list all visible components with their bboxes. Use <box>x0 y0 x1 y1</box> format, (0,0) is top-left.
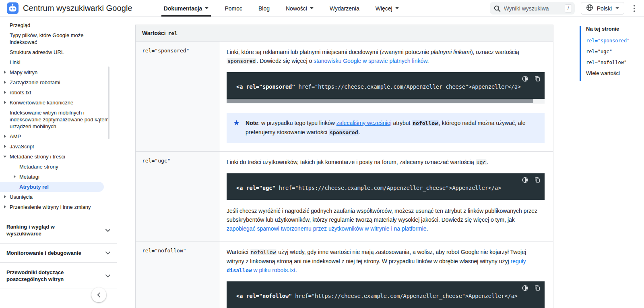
code-text: <a rel="sponsored" href="https://cheese.… <box>236 83 521 90</box>
sidebar-item-przeniesienie-witryny-i-inne-zmiany[interactable]: Przeniesienie witryny i inne zmiany <box>0 202 117 212</box>
brand-home-link[interactable]: Centrum wyszukiwarki Google <box>0 0 132 17</box>
inline-link[interactable]: reguły <box>510 258 526 264</box>
text-segment: . <box>487 159 488 165</box>
sidebar-item-mapy-witryn[interactable]: Mapy witryn <box>0 67 117 77</box>
sidebar-item-label: AMP <box>10 133 21 139</box>
rel-value-term: rel="sponsored" <box>136 42 220 151</box>
nav-item-label: Nowości <box>286 5 307 12</box>
chevron-down-icon <box>395 7 399 9</box>
sidebar-list: PrzeglądTypy plików, które Google może i… <box>0 17 117 216</box>
italic-text: płatnymi linkami <box>431 49 471 55</box>
nav-item-więcej[interactable]: Więcej <box>367 0 407 17</box>
paragraph: Jeśli chcesz wyróżnić i nagrodzić godnyc… <box>227 206 545 233</box>
more-options-button[interactable] <box>630 3 638 14</box>
sidebar-item-konwertowanie-kanoniczne[interactable]: Konwertowanie kanoniczne <box>0 98 117 108</box>
text-segment: Wartości <box>142 30 167 36</box>
copy-code-icon[interactable] <box>534 177 541 183</box>
language-selector[interactable]: Polski <box>581 2 624 15</box>
sidebar-item-metadane-strony-i-treści[interactable]: Metadane strony i treści <box>0 152 117 162</box>
collapse-sidebar-button[interactable] <box>91 287 106 302</box>
nav-item-wydarzenia[interactable]: Wydarzenia <box>322 0 367 17</box>
nav-item-pomoc[interactable]: Pomoc <box>217 0 250 17</box>
sidebar-item-typy-plików-które-google-może-indeksować[interactable]: Typy plików, które Google może indeksowa… <box>0 30 117 47</box>
toc-item-rel=ugc[interactable]: rel="ugc" <box>586 48 643 55</box>
inline-code-link[interactable]: disallow <box>227 267 252 273</box>
nav-item-dokumentacja[interactable]: Dokumentacja <box>156 0 217 17</box>
scrollbar-thumb[interactable] <box>227 99 533 103</box>
sidebar-item-amp[interactable]: AMP <box>0 131 117 142</box>
text-segment: Linki, które są reklamami lub płatnymi m… <box>227 49 431 55</box>
sidebar-section-przewodniki-dotyczące-poszczególnych-witryn[interactable]: Przewodniki dotyczące poszczególnych wit… <box>0 262 117 289</box>
sidebar-item-zarządzanie-robotami[interactable]: Zarządzanie robotami <box>0 77 117 87</box>
search-central-logo-icon <box>7 2 19 14</box>
sidebar-item-javascript[interactable]: JavaScript <box>0 142 117 152</box>
inline-code: sponsored <box>227 58 256 64</box>
sidebar-item-label: robots.txt <box>10 89 31 96</box>
theme-toggle-icon[interactable] <box>522 75 528 82</box>
search-box[interactable]: / <box>490 2 575 15</box>
toc-item-wiele-wartości[interactable]: Wiele wartości <box>586 70 643 77</box>
nav-item-label: Pomoc <box>225 5 242 12</box>
paragraph: Linki do treści użytkowników, takich jak… <box>227 158 545 167</box>
inline-link[interactable]: zalecaliśmy wcześniej <box>336 120 392 126</box>
sidebar-section-monitorowanie-i-debugowanie[interactable]: Monitorowanie i debugowanie <box>0 243 117 262</box>
sidebar-item-struktura-adresów-url[interactable]: Struktura adresów URL <box>0 47 117 57</box>
text-segment: . <box>359 129 360 135</box>
chevron-right-icon <box>4 135 6 138</box>
nav-item-nowości[interactable]: Nowości <box>278 0 322 17</box>
sidebar-item-atrybuty-rel[interactable]: Atrybuty rel <box>0 182 104 192</box>
note-callout: ★Note: w przypadku tego typu linków zale… <box>227 113 545 143</box>
nav-item-label: Blog <box>258 5 270 12</box>
text-segment: href="https://cheese.example.com/Appenze… <box>295 83 521 90</box>
theme-toggle-icon[interactable] <box>522 177 528 183</box>
header-actions: / Polski <box>490 0 644 17</box>
sidebar-item-label: Metatagi <box>19 174 39 180</box>
text-segment: href="https://cheese.example.com/Appenze… <box>292 293 518 299</box>
chevron-right-icon <box>14 175 16 178</box>
rel-value-term: rel="ugc" <box>136 152 220 241</box>
sidebar-section-label: Ranking i wygląd w wyszukiwarce <box>6 223 91 237</box>
text-segment: . <box>427 58 429 64</box>
chevron-down-icon <box>615 7 619 9</box>
copy-code-icon[interactable] <box>534 285 541 291</box>
sidebar-item-metatagi[interactable]: Metatagi <box>0 172 117 182</box>
theme-toggle-icon[interactable] <box>522 285 528 291</box>
rel-value-description: Linki do treści użytkowników, takich jak… <box>220 152 553 241</box>
paragraph: Linki, które są reklamami lub płatnymi m… <box>227 48 545 66</box>
toc-item-rel=nofollow[interactable]: rel="nofollow" <box>586 59 643 66</box>
sidebar-item-metadane-strony[interactable]: Metadane strony <box>0 162 117 172</box>
code-keyword: <a rel="nofollow" <box>236 293 292 299</box>
app-header: Centrum wyszukiwarki Google Dokumentacja… <box>0 0 644 17</box>
copy-code-icon[interactable] <box>534 75 541 82</box>
nav-item-blog[interactable]: Blog <box>250 0 278 17</box>
code-sample: <a rel="ugc" href="https://cheese.exampl… <box>227 173 545 200</box>
keyboard-shortcut-hint: / <box>565 4 572 12</box>
chevron-down-icon <box>310 7 314 9</box>
sidebar-item-indeksowanie-witryn-mobilnych-i-indeksowanie-zoptymalizowane-pod-kątem-urządzeń-mobilnych[interactable]: Indeksowanie witryn mobilnych i indeksow… <box>0 108 117 131</box>
sidebar-item-label: Metadane strony i treści <box>10 154 65 160</box>
inline-link[interactable]: zapobiegać spamowi tworzonemu przez użyt… <box>227 225 426 232</box>
code-keyword: <a rel="sponsored" <box>236 83 295 90</box>
sidebar-item-usunięcia[interactable]: Usunięcia <box>0 192 117 202</box>
sidebar-item-linki[interactable]: Linki <box>0 57 117 67</box>
code-actions <box>522 285 541 291</box>
sidebar-section-ranking-i-wygląd-w-wyszukiwarce[interactable]: Ranking i wygląd w wyszukiwarce <box>0 217 117 243</box>
chevron-down-icon <box>3 156 6 158</box>
sidebar-item-label: Mapy witryn <box>10 69 37 75</box>
search-icon <box>493 5 501 12</box>
search-input[interactable] <box>504 5 561 12</box>
horizontal-scrollbar[interactable] <box>227 99 545 104</box>
sidebar-item-robotstxt[interactable]: robots.txt <box>0 87 117 98</box>
sidebar-item-przegląd[interactable]: Przegląd <box>0 20 117 30</box>
sidebar-item-label: Metadane strony <box>19 164 58 170</box>
sidebar-scrollbar-thumb[interactable] <box>108 67 109 139</box>
rel-value-description: Wartości nofollow użyj wtedy, gdy inne w… <box>220 241 553 308</box>
main-content: Wartości rel rel="sponsored"Linki, które… <box>135 25 553 308</box>
inline-link[interactable]: stanowisku Google w sprawie płatnych lin… <box>314 58 427 64</box>
sidebar-item-label: Zarządzanie robotami <box>10 79 60 85</box>
inline-code: nofollow <box>412 120 439 126</box>
inline-link[interactable]: w pliku robots.txt <box>252 267 295 273</box>
sidebar-item-label: Linki <box>10 59 21 65</box>
toc-item-rel=sponsored[interactable]: rel="sponsored" <box>586 37 643 44</box>
code-block: <a rel="sponsored" href="https://cheese.… <box>227 72 545 99</box>
